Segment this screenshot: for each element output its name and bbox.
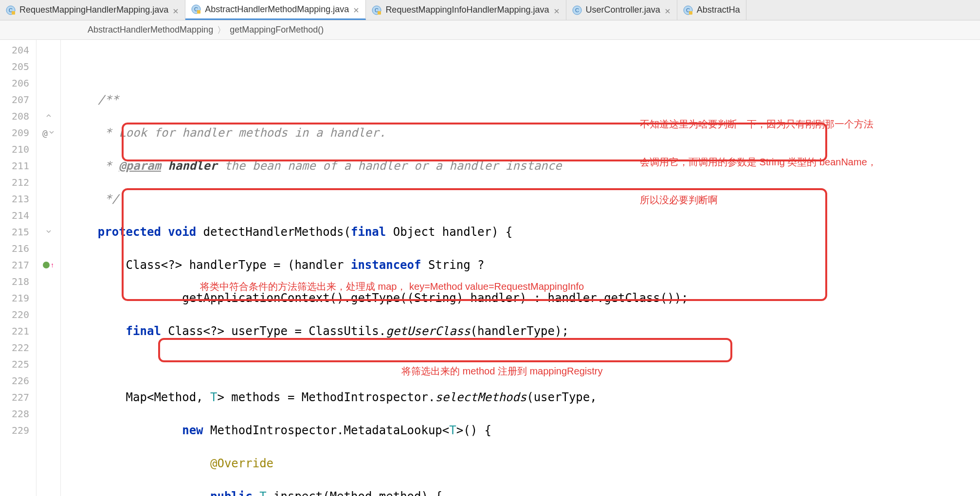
fold-expand-icon[interactable]: [49, 128, 54, 137]
line-number: 211: [0, 158, 36, 174]
arrow-up-icon: ↑: [51, 261, 54, 269]
tab-file-4[interactable]: C AbstractHa: [677, 0, 746, 20]
fold-expand-icon[interactable]: [46, 228, 52, 236]
line-number: 218: [0, 273, 36, 290]
line-number: 225: [0, 356, 36, 372]
tab-label: AbstractHa: [697, 5, 740, 15]
line-number: 217: [0, 257, 36, 273]
line-number: 210: [0, 141, 36, 158]
annotation-text-2: 将类中符合条件的方法筛选出来，处理成 map， key=Method value…: [200, 280, 584, 293]
tab-file-2[interactable]: C RequestMappingInfoHandlerMapping.java: [366, 0, 566, 20]
override-marker-icon[interactable]: @: [42, 128, 48, 138]
line-number: 206: [0, 75, 36, 91]
line-number: 216: [0, 240, 36, 257]
tab-label: UserController.java: [586, 5, 660, 15]
line-number: 209: [0, 124, 36, 141]
line-number-gutter[interactable]: 204 205 206 207 208 209 210 211 212 213 …: [0, 40, 36, 496]
svg-rect-2: [12, 11, 15, 15]
line-number: 219: [0, 290, 36, 306]
annotation-text-3: 将筛选出来的 method 注册到 mappingRegistry: [401, 365, 602, 377]
javadoc-text: * Look for handler methods in a handler.: [98, 126, 386, 140]
implements-marker-icon[interactable]: [43, 262, 50, 268]
line-number: 226: [0, 372, 36, 389]
breadcrumb-class[interactable]: AbstractHandlerMethodMapping: [88, 25, 213, 35]
line-number: 215: [0, 224, 36, 240]
breadcrumb-method[interactable]: getMappingForMethod(): [230, 25, 324, 35]
tab-label: AbstractHandlerMethodMapping.java: [205, 4, 349, 15]
svg-rect-5: [197, 10, 200, 14]
marker-gutter[interactable]: @ ↑: [36, 40, 61, 496]
annotation-text-1: 不知道这里为啥要判断一下，因为只有刚刚那一个方法 会调用它，而调用的参数是 St…: [640, 92, 980, 231]
close-icon[interactable]: [664, 7, 671, 14]
javadoc-end: */: [98, 192, 119, 206]
svg-rect-8: [378, 11, 381, 15]
close-icon[interactable]: [353, 6, 360, 13]
override-annotation: @Override: [210, 457, 273, 470]
svg-text:C: C: [575, 7, 579, 13]
tab-file-0[interactable]: C RequestMappingHandlerMapping.java: [0, 0, 185, 20]
line-number: 207: [0, 91, 36, 108]
tab-label: RequestMappingHandlerMapping.java: [19, 5, 168, 15]
java-class-icon: C: [372, 5, 381, 15]
editor-tabs: C RequestMappingHandlerMapping.java C Ab…: [0, 0, 980, 20]
fold-collapse-icon[interactable]: [46, 112, 52, 121]
line-number: 204: [0, 42, 36, 58]
svg-rect-13: [689, 11, 692, 15]
close-icon[interactable]: [553, 7, 560, 14]
javadoc-param-tag: @param: [119, 159, 161, 173]
line-number: 229: [0, 422, 36, 439]
line-number: 213: [0, 191, 36, 207]
breadcrumb: AbstractHandlerMethodMapping 〉 getMappin…: [0, 20, 980, 40]
line-number: 205: [0, 58, 36, 75]
tab-label: RequestMappingInfoHandlerMapping.java: [385, 5, 549, 15]
java-class-icon: C: [6, 5, 16, 15]
line-number: 222: [0, 339, 36, 356]
line-number: 220: [0, 306, 36, 323]
line-number: 221: [0, 323, 36, 339]
line-number: 208: [0, 108, 36, 124]
javadoc-start: /**: [98, 93, 119, 106]
java-class-icon: C: [683, 5, 693, 15]
editor-area: 204 205 206 207 208 209 210 211 212 213 …: [0, 40, 980, 496]
chevron-right-icon: 〉: [217, 24, 226, 36]
close-icon[interactable]: [172, 7, 179, 14]
java-class-icon: C: [191, 4, 201, 14]
line-number: 228: [0, 406, 36, 422]
line-number: 227: [0, 389, 36, 406]
code-editor[interactable]: /** * Look for handler methods in a hand…: [61, 40, 980, 496]
line-number: 212: [0, 174, 36, 191]
java-class-icon: C: [572, 5, 582, 15]
tab-file-3[interactable]: C UserController.java: [566, 0, 677, 20]
tab-file-1[interactable]: C AbstractHandlerMethodMapping.java: [185, 0, 366, 20]
line-number: 214: [0, 207, 36, 224]
